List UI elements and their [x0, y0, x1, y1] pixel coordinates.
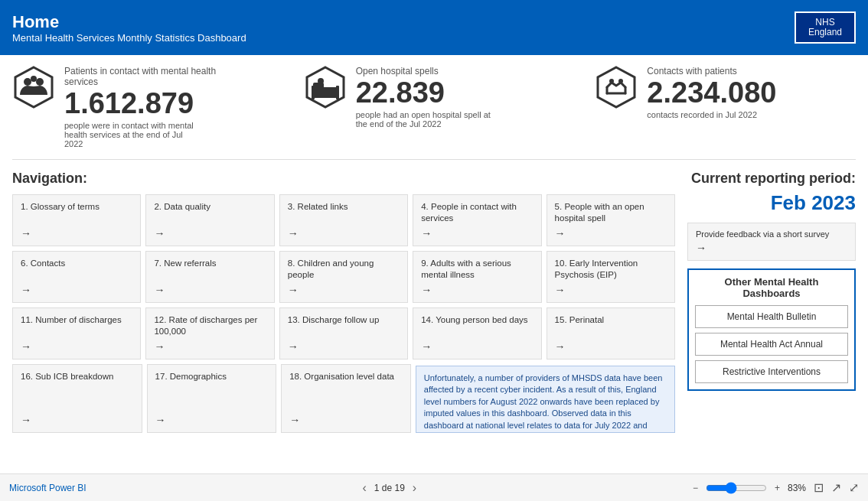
fit-page-icon[interactable]: ⊡ — [814, 480, 824, 495]
svg-point-11 — [609, 79, 614, 83]
stat-sub-contacts: contacts recorded in Jul 2022 — [647, 110, 776, 119]
page-indicator: 1 de 19 — [374, 483, 405, 493]
nav-card-13[interactable]: 13. Discharge follow up → — [279, 307, 408, 359]
next-page-button[interactable]: › — [413, 481, 416, 495]
svg-point-3 — [31, 76, 37, 82]
nav-card-6[interactable]: 6. Contacts → — [12, 251, 141, 303]
bottom-bar: Microsoft Power BI ‹ 1 de 19 › − + 83% ⊡… — [0, 473, 868, 501]
nav-row-1: 1. Glossary of terms → 2. Data quality →… — [12, 194, 675, 246]
zoom-minus[interactable]: − — [693, 483, 698, 493]
header: Home Mental Health Services Monthly Stat… — [0, 0, 868, 55]
notice-box: Unfortunately, a number of providers of … — [416, 366, 675, 433]
main-content: Patients in contact with mental health s… — [0, 55, 868, 473]
stat-sub-patients: people were in contact with mental healt… — [64, 121, 202, 148]
fullscreen-icon[interactable]: ⤢ — [849, 480, 859, 495]
right-panel: Current reporting period: Feb 2023 Provi… — [687, 171, 856, 433]
stat-number-contacts: 2.234.080 — [647, 78, 776, 107]
current-period: Current reporting period: Feb 2023 — [687, 171, 856, 215]
zoom-slider[interactable] — [706, 482, 767, 494]
feedback-text: Provide feedback via a short survey — [696, 229, 847, 239]
nav-card-4[interactable]: 4. People in contact with services → — [413, 194, 541, 246]
stat-label-patients: Patients in contact with mental health s… — [64, 66, 217, 87]
svg-point-1 — [24, 78, 31, 86]
nav-card-8[interactable]: 8. Children and young people → — [279, 251, 408, 303]
prev-page-button[interactable]: ‹ — [362, 481, 366, 495]
stat-patients-contact: Patients in contact with mental health s… — [12, 66, 273, 148]
period-date: Feb 2023 — [687, 191, 856, 215]
feedback-arrow: → — [696, 242, 847, 254]
bed-icon — [304, 66, 347, 114]
other-dashboards-title: Other Mental Health Dashboards — [695, 276, 848, 299]
nav-card-10[interactable]: 10. Early Intervention Psychosis (EIP) → — [547, 251, 675, 303]
stat-sub-spells: people had an open hospital spell at the… — [356, 110, 494, 129]
bottom-center: ‹ 1 de 19 › — [362, 481, 416, 495]
svg-rect-7 — [312, 86, 315, 99]
handshake-icon — [595, 66, 638, 114]
zoom-percent: 83% — [788, 483, 806, 493]
nav-card-3[interactable]: 3. Related links → — [279, 194, 408, 246]
svg-point-9 — [318, 78, 324, 84]
stat-number-spells: 22.839 — [356, 78, 494, 107]
nav-row-2: 6. Contacts → 7. New referrals → 8. Chil… — [12, 251, 675, 303]
nav-card-2[interactable]: 2. Data quality → — [145, 194, 274, 246]
svg-marker-10 — [598, 67, 635, 107]
share-icon[interactable]: ↗ — [831, 480, 841, 495]
nav-card-14[interactable]: 14. Young person bed days → — [413, 307, 541, 359]
stat-content-spells: Open hospital spells 22.839 people had a… — [356, 66, 494, 129]
bottom-right: − + 83% ⊡ ↗ ⤢ — [693, 480, 859, 495]
stats-row: Patients in contact with mental health s… — [12, 66, 856, 160]
nav-card-1[interactable]: 1. Glossary of terms → — [12, 194, 141, 246]
nav-card-18[interactable]: 18. Organisation level data → — [281, 364, 411, 433]
stat-contacts: Contacts with patients 2.234.080 contact… — [595, 66, 856, 148]
stat-hospital-spells: Open hospital spells 22.839 people had a… — [304, 66, 565, 148]
stat-content-patients: Patients in contact with mental health s… — [64, 66, 217, 148]
svg-rect-5 — [313, 87, 338, 98]
svg-rect-8 — [336, 86, 339, 99]
page-title: Home — [12, 12, 246, 32]
nav-card-5[interactable]: 5. People with an open hospital spell → — [547, 194, 675, 246]
feedback-card[interactable]: Provide feedback via a short survey → — [687, 223, 856, 261]
nav-card-9[interactable]: 9. Adults with a serious mental illness … — [413, 251, 541, 303]
stat-label-spells: Open hospital spells — [356, 66, 494, 76]
nav-section: Navigation: 1. Glossary of terms → 2. Da… — [12, 171, 856, 433]
header-title: Home Mental Health Services Monthly Stat… — [12, 12, 246, 44]
zoom-plus[interactable]: + — [775, 483, 780, 493]
stat-label-contacts: Contacts with patients — [647, 66, 776, 76]
dashboard-btn-act[interactable]: Mental Health Act Annual — [695, 333, 848, 356]
powerbi-link[interactable]: Microsoft Power BI — [9, 483, 86, 493]
current-period-title: Current reporting period: — [687, 171, 856, 187]
nav-title: Navigation: — [12, 171, 675, 187]
nav-row-4: 16. Sub ICB breakdown → 17. Demographics… — [12, 364, 675, 433]
other-dashboards: Other Mental Health Dashboards Mental He… — [687, 268, 856, 391]
nav-row-3: 11. Number of discharges → 12. Rate of d… — [12, 307, 675, 359]
nav-card-15[interactable]: 15. Perinatal → — [547, 307, 675, 359]
nav-card-12[interactable]: 12. Rate of discharges per 100,000 → — [145, 307, 274, 359]
nav-card-11[interactable]: 11. Number of discharges → — [12, 307, 141, 359]
stat-content-contacts: Contacts with patients 2.234.080 contact… — [647, 66, 776, 119]
nav-card-16[interactable]: 16. Sub ICB breakdown → — [12, 364, 142, 433]
notice-text: Unfortunately, a number of providers of … — [424, 373, 663, 433]
dashboard-btn-bulletin[interactable]: Mental Health Bulletin — [695, 305, 848, 328]
bottom-left: Microsoft Power BI — [9, 483, 86, 493]
nav-card-7[interactable]: 7. New referrals → — [145, 251, 274, 303]
page-subtitle: Mental Health Services Monthly Statistic… — [12, 32, 246, 44]
dashboard-btn-interventions[interactable]: Restrictive Interventions — [695, 360, 848, 383]
nav-card-17[interactable]: 17. Demographics → — [147, 364, 277, 433]
nhs-logo: NHS England — [795, 11, 856, 44]
svg-point-12 — [618, 79, 623, 83]
svg-point-2 — [36, 78, 44, 86]
navigation-area: Navigation: 1. Glossary of terms → 2. Da… — [12, 171, 675, 433]
stat-number-patients: 1.612.879 — [64, 89, 217, 118]
people-icon — [12, 66, 55, 114]
